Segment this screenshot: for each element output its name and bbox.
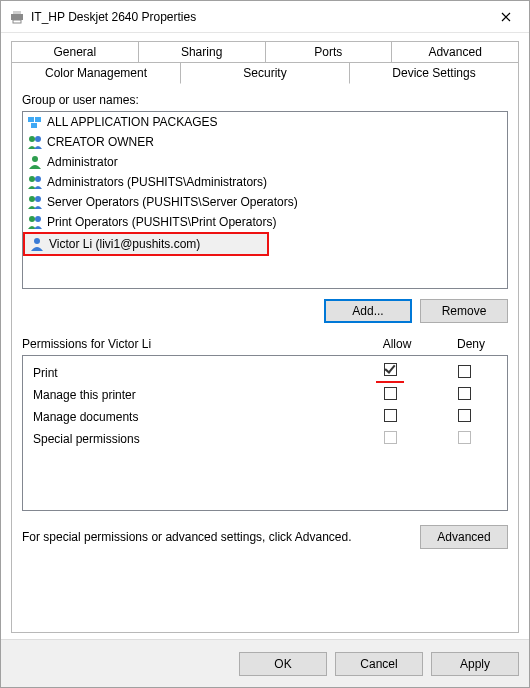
allow-checkbox[interactable] bbox=[384, 409, 397, 422]
tab-sharing[interactable]: Sharing bbox=[138, 41, 266, 63]
list-item-label: Victor Li (livi1@pushits.com) bbox=[49, 237, 200, 251]
list-item[interactable]: Victor Li (livi1@pushits.com) bbox=[25, 234, 267, 254]
list-item-label: Administrators (PUSHITS\Administrators) bbox=[47, 175, 267, 189]
svg-rect-0 bbox=[11, 14, 23, 20]
list-item[interactable]: Print Operators (PUSHITS\Print Operators… bbox=[23, 212, 507, 232]
svg-point-12 bbox=[35, 196, 41, 202]
tab-advanced[interactable]: Advanced bbox=[391, 41, 519, 63]
permissions-for-label: Permissions for Victor Li bbox=[22, 337, 360, 351]
permission-row: Special permissions bbox=[29, 428, 501, 450]
add-button[interactable]: Add... bbox=[324, 299, 412, 323]
tab-device-settings[interactable]: Device Settings bbox=[349, 62, 519, 84]
tab-strip: General Sharing Ports Advanced Color Man… bbox=[11, 41, 519, 84]
list-item[interactable]: ALL APPLICATION PACKAGES bbox=[23, 112, 507, 132]
permission-name: Special permissions bbox=[29, 432, 353, 446]
deny-checkbox bbox=[458, 431, 471, 444]
list-item-label: CREATOR OWNER bbox=[47, 135, 154, 149]
annotation-highlight: Victor Li (livi1@pushits.com) bbox=[23, 232, 269, 256]
apply-button[interactable]: Apply bbox=[431, 652, 519, 676]
tab-security[interactable]: Security bbox=[180, 62, 350, 84]
deny-checkbox[interactable] bbox=[458, 365, 471, 378]
close-button[interactable] bbox=[483, 1, 529, 33]
dialog-body: General Sharing Ports Advanced Color Man… bbox=[1, 33, 529, 639]
svg-point-11 bbox=[29, 196, 35, 202]
deny-checkbox[interactable] bbox=[458, 409, 471, 422]
dialog-footer: OK Cancel Apply bbox=[1, 639, 529, 687]
permissions-box: Print Manage this printer Manage documen… bbox=[22, 355, 508, 511]
svg-rect-3 bbox=[28, 117, 34, 122]
list-item-label: ALL APPLICATION PACKAGES bbox=[47, 115, 218, 129]
group-icon bbox=[27, 174, 43, 190]
svg-point-15 bbox=[34, 238, 40, 244]
list-item[interactable]: Administrators (PUSHITS\Administrators) bbox=[23, 172, 507, 192]
svg-rect-1 bbox=[13, 11, 21, 14]
permission-name: Manage documents bbox=[29, 410, 353, 424]
window-title: IT_HP Deskjet 2640 Properties bbox=[31, 10, 483, 24]
svg-point-8 bbox=[32, 156, 38, 162]
tab-ports[interactable]: Ports bbox=[265, 41, 393, 63]
allow-column-header: Allow bbox=[360, 337, 434, 351]
titlebar: IT_HP Deskjet 2640 Properties bbox=[1, 1, 529, 33]
remove-button[interactable]: Remove bbox=[420, 299, 508, 323]
permissions-header: Permissions for Victor Li Allow Deny bbox=[22, 337, 508, 351]
list-item[interactable]: Server Operators (PUSHITS\Server Operato… bbox=[23, 192, 507, 212]
allow-checkbox bbox=[384, 431, 397, 444]
svg-rect-4 bbox=[35, 117, 41, 122]
permission-row: Print bbox=[29, 362, 501, 384]
svg-point-13 bbox=[29, 216, 35, 222]
tab-color-management[interactable]: Color Management bbox=[11, 62, 181, 84]
deny-checkbox[interactable] bbox=[458, 387, 471, 400]
group-icon bbox=[27, 214, 43, 230]
group-user-list[interactable]: ALL APPLICATION PACKAGES CREATOR OWNER A… bbox=[22, 111, 508, 289]
permission-row: Manage this printer bbox=[29, 384, 501, 406]
list-item-label: Print Operators (PUSHITS\Print Operators… bbox=[47, 215, 276, 229]
cancel-button[interactable]: Cancel bbox=[335, 652, 423, 676]
allow-checkbox[interactable] bbox=[384, 363, 397, 376]
advanced-button[interactable]: Advanced bbox=[420, 525, 508, 549]
permission-name: Print bbox=[29, 366, 353, 380]
svg-point-14 bbox=[35, 216, 41, 222]
group-icon bbox=[27, 134, 43, 150]
security-panel: Group or user names: ALL APPLICATION PAC… bbox=[11, 83, 519, 633]
permission-row: Manage documents bbox=[29, 406, 501, 428]
permission-name: Manage this printer bbox=[29, 388, 353, 402]
user-icon bbox=[29, 236, 45, 252]
list-item[interactable]: Administrator bbox=[23, 152, 507, 172]
annotation-underline bbox=[376, 381, 404, 383]
properties-dialog: IT_HP Deskjet 2640 Properties General Sh… bbox=[0, 0, 530, 688]
svg-rect-2 bbox=[13, 20, 21, 23]
list-item[interactable]: CREATOR OWNER bbox=[23, 132, 507, 152]
allow-checkbox[interactable] bbox=[384, 387, 397, 400]
advanced-hint: For special permissions or advanced sett… bbox=[22, 530, 412, 544]
svg-point-7 bbox=[35, 136, 41, 142]
group-icon bbox=[27, 194, 43, 210]
packages-icon bbox=[27, 114, 43, 130]
svg-rect-5 bbox=[31, 123, 37, 128]
printer-icon bbox=[9, 9, 25, 25]
ok-button[interactable]: OK bbox=[239, 652, 327, 676]
tab-general[interactable]: General bbox=[11, 41, 139, 63]
svg-point-10 bbox=[35, 176, 41, 182]
list-item-label: Administrator bbox=[47, 155, 118, 169]
deny-column-header: Deny bbox=[434, 337, 508, 351]
list-item-label: Server Operators (PUSHITS\Server Operato… bbox=[47, 195, 298, 209]
svg-point-9 bbox=[29, 176, 35, 182]
group-label: Group or user names: bbox=[22, 93, 508, 107]
user-icon bbox=[27, 154, 43, 170]
svg-point-6 bbox=[29, 136, 35, 142]
